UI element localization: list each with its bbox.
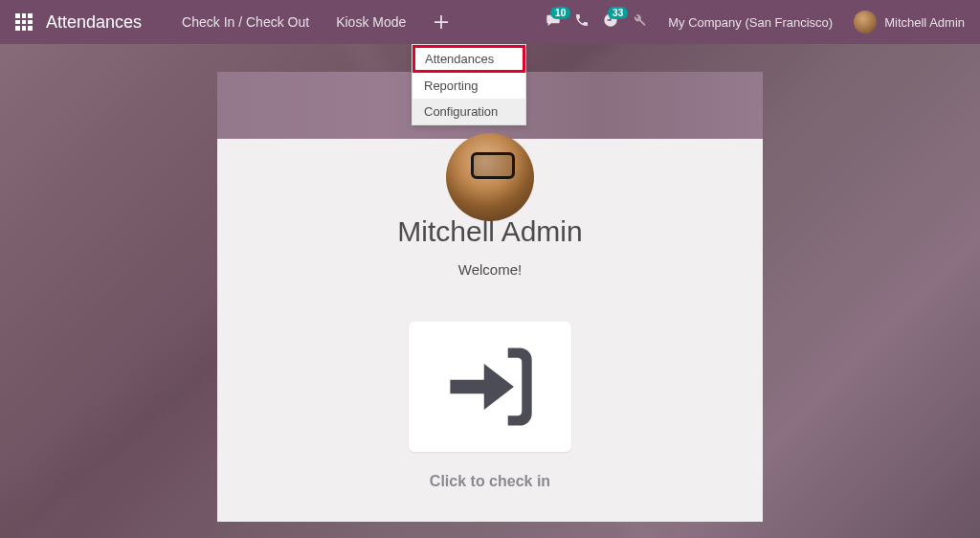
dropdown-item-attendances[interactable]: Attendances: [412, 45, 525, 73]
avatar-icon: [854, 11, 877, 34]
check-in-hint: Click to check in: [430, 473, 550, 490]
nav-right: 10 33 My Company (San Francisco) Mitchel…: [546, 11, 965, 34]
plus-menu-button[interactable]: [419, 0, 463, 44]
user-name-label: Mitchell Admin: [884, 15, 965, 30]
top-navbar: Attendances Check In / Check Out Kiosk M…: [0, 0, 980, 44]
dropdown-item-configuration[interactable]: Configuration: [412, 99, 525, 124]
nav-left: Attendances Check In / Check Out Kiosk M…: [15, 0, 463, 44]
user-menu[interactable]: Mitchell Admin: [854, 11, 965, 34]
activities-button[interactable]: 33: [603, 12, 618, 32]
nav-checkin-checkout[interactable]: Check In / Check Out: [168, 0, 323, 44]
phone-icon: [574, 12, 590, 28]
wrench-icon: [632, 12, 647, 28]
sign-in-icon: [440, 341, 540, 433]
activities-badge: 33: [608, 7, 628, 19]
app-title[interactable]: Attendances: [46, 12, 142, 33]
dropdown-item-reporting[interactable]: Reporting: [412, 73, 525, 99]
attendance-card: Mitchell Admin Welcome! Click to check i…: [217, 72, 763, 522]
check-in-button[interactable]: [409, 322, 571, 452]
welcome-text: Welcome!: [458, 261, 522, 278]
plus-dropdown: Attendances Reporting Configuration: [412, 44, 526, 125]
apps-icon[interactable]: [15, 13, 33, 31]
company-switcher[interactable]: My Company (San Francisco): [660, 15, 840, 30]
employee-avatar: [446, 133, 534, 221]
nav-kiosk-mode[interactable]: Kiosk Mode: [323, 0, 419, 44]
phone-button[interactable]: [574, 12, 590, 32]
tools-button[interactable]: [632, 12, 647, 32]
messages-badge: 10: [550, 7, 570, 19]
messages-button[interactable]: 10: [546, 12, 561, 32]
plus-icon: [434, 15, 448, 29]
